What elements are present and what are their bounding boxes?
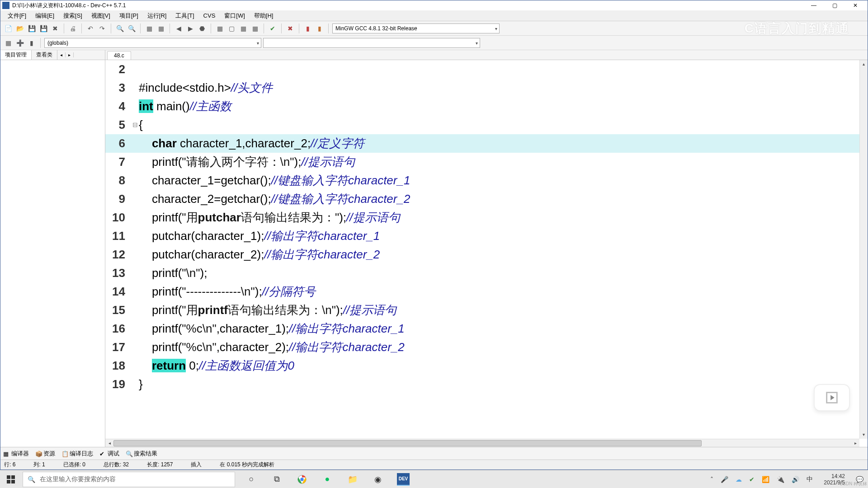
menu-item[interactable]: 工具[T] <box>171 11 198 21</box>
code-line[interactable]: 10 printf("用putchar语句输出结果为：");//提示语句 <box>105 208 859 227</box>
menu-item[interactable]: 视图[V] <box>87 11 115 21</box>
code-line[interactable]: 17 printf("%c\n",character_2);//输出字符char… <box>105 338 859 357</box>
menu-item[interactable]: CVS <box>199 11 220 20</box>
menu-item[interactable]: 文件[F] <box>3 11 31 21</box>
cortana-icon[interactable]: ○ <box>245 473 258 486</box>
scroll-right-icon[interactable]: ▸ <box>851 434 859 447</box>
line-number: 13 <box>105 264 132 282</box>
code-line[interactable]: 18 return 0;//主函数返回值为0 <box>105 357 859 375</box>
code-line[interactable]: 16 printf("%c\n",character_1);//输出字符char… <box>105 319 859 338</box>
stop-icon[interactable]: ✖ <box>285 23 295 33</box>
scroll-left-icon[interactable]: ◂ <box>105 434 113 447</box>
find-icon[interactable]: 🔍 <box>115 23 125 33</box>
menu-item[interactable]: 编辑[E] <box>31 11 59 21</box>
code-line[interactable]: 11 putchar(character_1);//输出字符character_… <box>105 227 859 245</box>
globals-select[interactable]: (globals) ▾ <box>44 38 261 48</box>
compile-icon[interactable]: ▦ <box>144 23 154 33</box>
power-icon[interactable]: 🔌 <box>777 476 784 483</box>
obs-icon[interactable]: ◉ <box>372 473 384 486</box>
insert-icon[interactable]: ➕ <box>15 38 25 48</box>
output-tab[interactable]: 📦资源 <box>35 450 55 458</box>
fold-marker[interactable]: ⊟ <box>132 116 139 134</box>
bookmark-icon[interactable]: ⬣ <box>197 23 207 33</box>
menu-item[interactable]: 运行[R] <box>143 11 171 21</box>
wifi-icon[interactable]: 📶 <box>762 476 769 483</box>
grid1-icon[interactable]: ▦ <box>215 23 225 33</box>
code-line[interactable]: 4int main()//主函数 <box>105 97 859 116</box>
members-select[interactable]: ▾ <box>263 38 480 48</box>
open-file-icon[interactable]: 📂 <box>15 23 25 33</box>
code-line[interactable]: 13 printf("\n"); <box>105 264 859 282</box>
microphone-icon[interactable]: 🎤 <box>721 476 728 483</box>
minimize-button[interactable]: — <box>803 0 824 10</box>
output-tab[interactable]: 🔍搜索结果 <box>126 450 157 458</box>
wechat-icon[interactable]: ● <box>321 473 334 486</box>
code-line[interactable]: 8 character_1=getchar();//键盘输入字符characte… <box>105 171 859 190</box>
code-line[interactable]: 15 printf("用printf语句输出结果为：\n");//提示语句 <box>105 301 859 319</box>
horizontal-scrollbar[interactable]: ◂ ▸ <box>105 439 859 447</box>
code-token: "--------------\n" <box>182 285 255 298</box>
code-line[interactable]: 19} <box>105 375 859 394</box>
close-button[interactable]: ✕ <box>845 0 866 10</box>
tray-expand-icon[interactable]: ˄ <box>710 476 713 483</box>
chrome-icon[interactable] <box>296 473 308 486</box>
grid4-icon[interactable]: ▦ <box>250 23 260 33</box>
menu-item[interactable]: 窗口[W] <box>220 11 250 21</box>
taskbar-search[interactable]: 🔍 在这里输入你要搜索的内容 <box>23 472 235 487</box>
chart1-icon[interactable]: ▮ <box>303 23 313 33</box>
undo-icon[interactable]: ↶ <box>85 23 95 33</box>
code-line[interactable]: 14 printf("--------------\n");//分隔符号 <box>105 282 859 301</box>
code-line[interactable]: 7 printf("请输入两个字符：\n");//提示语句 <box>105 153 859 171</box>
ime-indicator[interactable]: 中 <box>807 475 813 483</box>
code-editor[interactable]: 23#include<stdio.h>//头文件4int main()//主函数… <box>105 60 868 447</box>
line-number: 6 <box>105 134 132 153</box>
output-tab[interactable]: ✔调试 <box>99 450 119 458</box>
start-button[interactable] <box>0 470 22 488</box>
output-tab[interactable]: 📋编译日志 <box>61 450 93 458</box>
onedrive-icon[interactable]: ☁ <box>736 476 742 483</box>
close-file-icon[interactable]: ✖ <box>50 23 60 33</box>
devcpp-taskbar-icon[interactable]: DEV <box>397 473 410 486</box>
video-replay-button[interactable] <box>814 384 850 411</box>
grid2-icon[interactable]: ▢ <box>226 23 236 33</box>
nav-fwd-icon[interactable]: ▶ <box>185 23 195 33</box>
output-tab[interactable]: ▦编译器 <box>3 450 29 458</box>
code-line[interactable]: 9 character_2=getchar();//键盘输入字符characte… <box>105 190 859 208</box>
new-file-icon[interactable]: 📄 <box>3 23 13 33</box>
print-icon[interactable]: 🖨 <box>68 23 78 33</box>
volume-icon[interactable]: 🔊 <box>792 476 799 483</box>
scroll-up-icon[interactable]: ▴ <box>860 60 868 68</box>
doc-tab-current[interactable]: 48.c <box>107 51 131 60</box>
maximize-button[interactable]: ▢ <box>824 0 845 10</box>
sidebar-tab-prev[interactable]: ◂ <box>57 52 66 57</box>
code-line[interactable]: 2 <box>105 60 859 79</box>
hscroll-thumb[interactable] <box>113 440 702 446</box>
menu-item[interactable]: 搜索[S] <box>59 11 87 21</box>
check-icon[interactable]: ✔ <box>268 23 278 33</box>
sidebar-tab-classes[interactable]: 查看类 <box>32 50 57 60</box>
sidebar-tab-project[interactable]: 项目管理 <box>0 50 32 60</box>
chart2-icon[interactable]: ▮ <box>315 23 325 33</box>
new-project-icon[interactable]: ▦ <box>3 38 13 48</box>
scroll-down-icon[interactable]: ▾ <box>860 431 868 439</box>
code-line[interactable]: 6 char character_1,character_2;//定义字符 <box>105 134 859 153</box>
redo-icon[interactable]: ↷ <box>97 23 107 33</box>
taskview-icon[interactable]: ⧉ <box>270 473 283 486</box>
replace-icon[interactable]: 🔍 <box>127 23 137 33</box>
menu-item[interactable]: 帮助[H] <box>250 11 278 21</box>
grid3-icon[interactable]: ▦ <box>238 23 248 33</box>
sidebar-tab-next[interactable]: ▸ <box>66 52 74 57</box>
code-line[interactable]: 12 putchar(character_2);//输出字符character_… <box>105 245 859 264</box>
run-icon[interactable]: ▦ <box>156 23 166 33</box>
code-line[interactable]: 3#include<stdio.h>//头文件 <box>105 79 859 97</box>
save-all-icon[interactable]: 💾 <box>38 23 48 33</box>
save-icon[interactable]: 💾 <box>27 23 37 33</box>
menu-item[interactable]: 项目[P] <box>115 11 143 21</box>
explorer-icon[interactable]: 📁 <box>346 473 359 486</box>
vertical-scrollbar[interactable]: ▴ ▾ <box>859 60 868 439</box>
nav-back-icon[interactable]: ◀ <box>174 23 184 33</box>
security-icon[interactable]: ✔ <box>749 476 755 483</box>
code-line[interactable]: 5⊟{ <box>105 116 859 134</box>
bookmark2-icon[interactable]: ▮ <box>27 38 37 48</box>
compiler-select[interactable]: MinGW GCC 4.8.1 32-bit Release ▾ <box>332 23 500 33</box>
